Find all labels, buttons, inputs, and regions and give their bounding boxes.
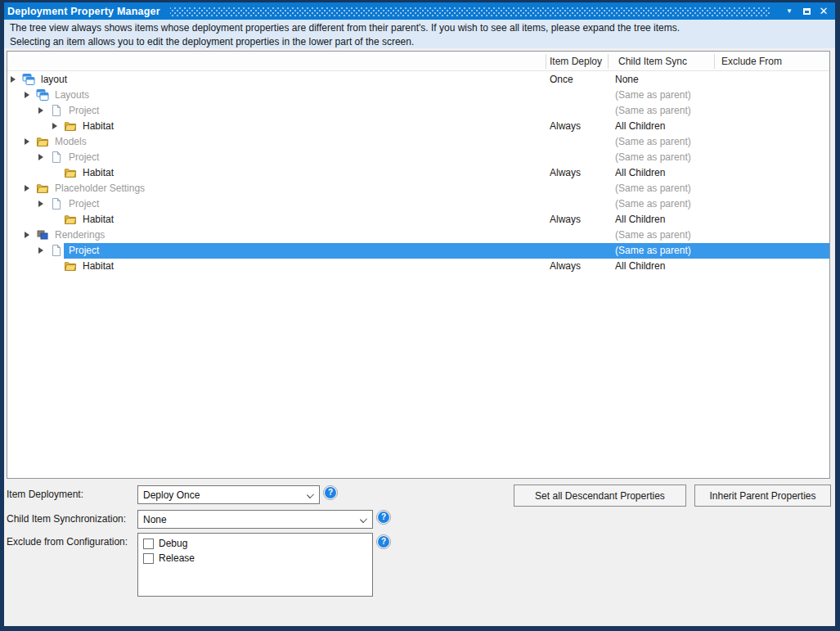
column-separator [714, 54, 715, 69]
expander-icon[interactable] [11, 76, 16, 83]
help-icon: ? [378, 512, 389, 523]
help-icon: ? [325, 487, 336, 498]
close-button[interactable]: ✕ [817, 5, 830, 18]
item-deployment-label: Item Deployment: [7, 485, 83, 504]
document-icon [50, 151, 63, 164]
folder-icon [36, 135, 49, 148]
cell-child-item-sync: All Children [615, 259, 665, 274]
column-separator [546, 54, 546, 69]
folder-icon [64, 119, 77, 133]
layout-windows-icon [36, 88, 49, 101]
expander-icon[interactable] [25, 232, 29, 238]
cell-item-deploy: Always [550, 259, 581, 274]
tree-row[interactable]: HabitatAlwaysAll Children [7, 165, 829, 181]
tree-row[interactable]: Renderings(Same as parent) [7, 228, 829, 243]
tree-item-label: Placeholder Settings [55, 181, 145, 196]
info-banner: The tree view always shows items whose d… [4, 20, 835, 48]
cell-child-item-sync: (Same as parent) [615, 88, 691, 103]
tree-row[interactable]: HabitatAlwaysAll Children [7, 259, 829, 274]
window-title: Deployment Property Manager [7, 6, 160, 17]
info-line-2: Selecting an item allows you to edit the… [10, 35, 830, 48]
cell-child-item-sync: (Same as parent) [615, 103, 691, 119]
info-line-1: The tree view always shows items whose d… [10, 21, 830, 35]
child-item-sync-select[interactable]: None [137, 510, 373, 529]
cell-child-item-sync: (Same as parent) [615, 181, 691, 196]
tree-item-label: Renderings [55, 228, 105, 243]
cell-child-item-sync: All Children [615, 119, 665, 134]
maximize-button[interactable] [800, 5, 813, 18]
deployment-property-manager-window: Deployment Property Manager ▼ ✕ The tree… [0, 0, 840, 631]
deployment-tree-panel: Item Deploy Child Item Sync Exclude From… [7, 51, 830, 479]
exclude-configuration-label: Exclude from Configuration: [7, 533, 128, 552]
tree-row[interactable]: HabitatAlwaysAll Children [7, 212, 829, 228]
document-icon [50, 197, 63, 210]
tree-item-label: Habitat [83, 212, 114, 228]
column-header-item-deploy: Item Deploy [550, 52, 602, 71]
expander-icon[interactable] [38, 247, 43, 254]
chevron-down-icon [307, 491, 314, 498]
item-deployment-select[interactable]: Deploy Once [137, 485, 320, 504]
exclude-option-debug[interactable]: Debug [138, 536, 372, 551]
cell-item-deploy: Once [550, 72, 573, 88]
cell-item-deploy: Always [550, 165, 581, 181]
expander-icon[interactable] [38, 154, 43, 160]
tree-row[interactable]: layoutOnceNone [7, 72, 829, 88]
checkbox-icon[interactable] [143, 553, 154, 564]
tree-row[interactable]: Layouts(Same as parent) [7, 88, 829, 103]
expander-icon[interactable] [38, 201, 43, 207]
tree-row[interactable]: Project(Same as parent) [7, 150, 829, 165]
child-item-sync-help-button[interactable]: ? [376, 510, 391, 525]
expander-icon[interactable] [25, 185, 29, 192]
folder-icon [64, 259, 77, 273]
folder-icon [64, 166, 77, 179]
column-header-exclude-from: Exclude From [721, 52, 782, 71]
tree-column-header: Item Deploy Child Item Sync Exclude From [7, 52, 829, 71]
title-bar[interactable]: Deployment Property Manager ▼ ✕ [4, 2, 835, 20]
exclude-option-label: Debug [159, 538, 187, 549]
document-icon [50, 104, 63, 117]
exclude-configuration-help-button[interactable]: ? [376, 534, 391, 549]
selection-highlight [64, 243, 829, 259]
tree-item-label: Project [69, 103, 99, 119]
dialog-body: Item Deploy Child Item Sync Exclude From… [4, 48, 835, 626]
window-position-menu-button[interactable]: ▼ [783, 5, 796, 18]
column-separator [608, 54, 609, 69]
tree-row[interactable]: Models(Same as parent) [7, 134, 829, 150]
inherit-parent-properties-button[interactable]: Inherit Parent Properties [694, 485, 831, 507]
tree-row[interactable]: Project(Same as parent) [7, 243, 829, 259]
expander-icon[interactable] [25, 92, 29, 98]
cell-child-item-sync: (Same as parent) [615, 228, 691, 243]
chevron-down-icon: ▼ [786, 8, 793, 15]
cell-child-item-sync: None [615, 72, 639, 88]
expander-icon[interactable] [52, 123, 57, 129]
checkbox-icon[interactable] [143, 539, 154, 549]
tree-row[interactable]: Project(Same as parent) [7, 103, 829, 119]
exclude-option-release[interactable]: Release [138, 551, 372, 566]
tree-item-label: Layouts [55, 88, 89, 103]
exclude-configuration-listbox[interactable]: Debug Release [137, 533, 373, 597]
tree-item-label: layout [41, 72, 67, 88]
cell-child-item-sync: (Same as parent) [615, 243, 691, 259]
layout-windows-icon [22, 73, 35, 86]
expander-icon[interactable] [38, 107, 43, 114]
tree-item-label: Project [69, 150, 99, 165]
set-all-descendant-properties-button[interactable]: Set all Descendant Properties [514, 485, 686, 507]
close-icon: ✕ [820, 6, 829, 16]
document-icon [50, 244, 63, 257]
tree-rows: layoutOnceNoneLayouts(Same as parent)Pro… [7, 72, 829, 478]
cell-child-item-sync: All Children [615, 212, 665, 228]
cell-child-item-sync: (Same as parent) [615, 196, 691, 212]
tree-item-label: Habitat [83, 165, 114, 181]
tree-row[interactable]: Placeholder Settings(Same as parent) [7, 181, 829, 196]
tree-row[interactable]: HabitatAlwaysAll Children [7, 119, 829, 134]
chevron-down-icon [360, 516, 367, 523]
column-header-child-item-sync: Child Item Sync [618, 52, 687, 71]
child-item-sync-label: Child Item Synchronization: [7, 510, 126, 529]
expander-icon[interactable] [25, 138, 29, 145]
tree-item-label: Project [69, 243, 99, 259]
exclude-option-label: Release [159, 552, 195, 564]
cell-item-deploy: Always [550, 119, 581, 134]
tree-row[interactable]: Project(Same as parent) [7, 196, 829, 212]
tree-item-label: Habitat [83, 119, 114, 134]
item-deployment-help-button[interactable]: ? [323, 485, 338, 500]
